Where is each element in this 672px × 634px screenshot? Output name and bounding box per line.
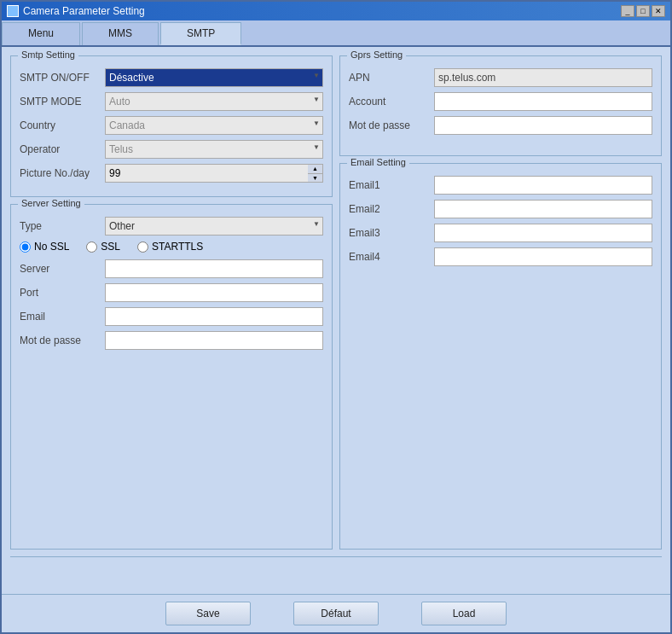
- smtp-mode-select[interactable]: Auto Manual: [105, 92, 323, 111]
- main-window: Camera Parameter Setting _ □ ✕ Menu MMS …: [0, 0, 672, 634]
- operator-select[interactable]: Telus: [105, 140, 323, 159]
- ssl-radio-group: No SSL SSL STARTTLS: [20, 241, 323, 253]
- maximize-button[interactable]: □: [636, 5, 650, 17]
- email3-label: Email3: [349, 227, 434, 239]
- tab-menu[interactable]: Menu: [2, 22, 80, 45]
- ssl-radio-label[interactable]: SSL: [86, 241, 120, 253]
- starttls-radio-label[interactable]: STARTTLS: [137, 241, 203, 253]
- status-bar: [10, 556, 662, 582]
- starttls-label: STARTTLS: [152, 241, 203, 253]
- email-input[interactable]: [105, 307, 323, 326]
- apn-label: APN: [349, 72, 434, 84]
- gprs-password-input[interactable]: [434, 116, 652, 135]
- email3-input[interactable]: [434, 224, 652, 242]
- email4-input[interactable]: [434, 247, 652, 266]
- close-button[interactable]: ✕: [652, 5, 665, 17]
- server-setting-group: Server Setting Type Other Gmail Yahoo: [10, 204, 333, 550]
- no-ssl-radio[interactable]: [20, 241, 31, 253]
- gprs-password-label: Mot de passe: [349, 119, 434, 131]
- ssl-radio[interactable]: [86, 241, 97, 253]
- minimize-button[interactable]: _: [621, 5, 634, 17]
- spinner-down-button[interactable]: ▼: [308, 174, 322, 183]
- account-label: Account: [349, 96, 434, 108]
- email1-input[interactable]: [434, 176, 652, 195]
- account-input[interactable]: [434, 92, 652, 111]
- operator-label: Operator: [20, 143, 105, 155]
- smtp-onoff-select[interactable]: Désactive Active: [105, 68, 323, 87]
- email2-input[interactable]: [434, 200, 652, 218]
- server-setting-title: Server Setting: [18, 198, 84, 208]
- email-setting-group: Email Setting Email1 Email2 Email3: [339, 163, 662, 550]
- bottom-bar: Save Défaut Load: [2, 594, 670, 632]
- no-ssl-radio-label[interactable]: No SSL: [20, 241, 69, 253]
- type-label: Type: [20, 220, 105, 232]
- tab-mms[interactable]: MMS: [82, 22, 159, 45]
- smtp-onoff-label: SMTP ON/OFF: [20, 72, 105, 84]
- picture-no-input[interactable]: [105, 164, 323, 183]
- port-input[interactable]: [105, 283, 323, 302]
- tab-bar: Menu MMS SMTP: [2, 20, 670, 47]
- load-button[interactable]: Load: [421, 602, 507, 625]
- tab-smtp[interactable]: SMTP: [160, 22, 241, 45]
- email-setting-title: Email Setting: [347, 157, 409, 167]
- default-button[interactable]: Défaut: [293, 602, 379, 625]
- no-ssl-label: No SSL: [34, 241, 69, 253]
- email2-label: Email2: [349, 203, 434, 215]
- country-label: Country: [20, 119, 105, 131]
- port-label: Port: [20, 287, 105, 299]
- country-select[interactable]: Canada USA: [105, 116, 323, 135]
- email-label: Email: [20, 311, 105, 323]
- password-input[interactable]: [105, 331, 323, 350]
- apn-input[interactable]: [434, 68, 652, 87]
- password-label: Mot de passe: [20, 334, 105, 346]
- picture-no-label: Picture No./day: [20, 167, 105, 179]
- title-bar: Camera Parameter Setting _ □ ✕: [2, 2, 670, 20]
- save-button[interactable]: Save: [165, 602, 251, 625]
- smtp-mode-label: SMTP MODE: [20, 96, 105, 108]
- smtp-setting-group: Smtp Setting SMTP ON/OFF Désactive Activ…: [10, 55, 333, 197]
- starttls-radio[interactable]: [137, 241, 148, 253]
- server-label: Server: [20, 263, 105, 275]
- email1-label: Email1: [349, 179, 434, 191]
- server-input[interactable]: [105, 259, 323, 278]
- gprs-setting-group: Gprs Setting APN Account Mot de passe: [339, 55, 662, 156]
- email4-label: Email4: [349, 251, 434, 263]
- spinner-up-button[interactable]: ▲: [308, 165, 322, 174]
- title-icon: [7, 5, 19, 17]
- gprs-setting-title: Gprs Setting: [347, 49, 406, 60]
- smtp-setting-title: Smtp Setting: [18, 49, 78, 60]
- window-title: Camera Parameter Setting: [23, 5, 145, 17]
- type-select[interactable]: Other Gmail Yahoo: [105, 217, 323, 236]
- ssl-label: SSL: [101, 241, 120, 253]
